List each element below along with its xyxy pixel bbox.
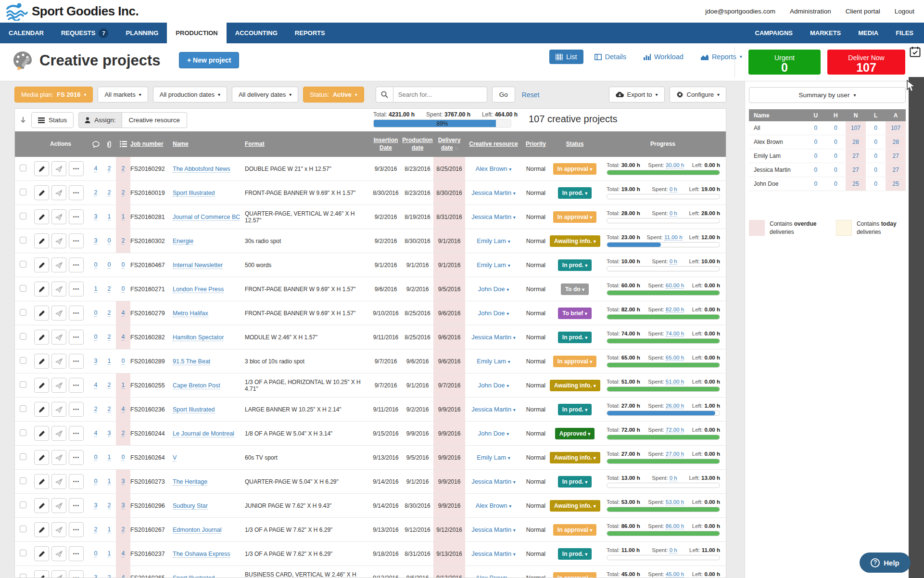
tasks-count[interactable]: 4: [122, 574, 125, 578]
summary-count-a[interactable]: 27: [886, 163, 906, 177]
send-button[interactable]: [51, 570, 66, 578]
summary-count-u[interactable]: 0: [806, 149, 826, 163]
creative-resource-link[interactable]: John Doe ▾: [478, 285, 509, 293]
comments-count[interactable]: 3: [94, 237, 98, 244]
vertical-scrollbar[interactable]: [909, 77, 924, 578]
tasks-count[interactable]: 2: [122, 237, 125, 244]
row-checkbox[interactable]: [20, 261, 26, 268]
creative-resource-link[interactable]: Jessica Martin ▾: [471, 189, 516, 196]
attachments-count[interactable]: 2: [108, 189, 111, 196]
edit-button[interactable]: [34, 378, 49, 393]
row-checkbox[interactable]: [20, 285, 26, 292]
summary-count-l[interactable]: 0: [866, 177, 886, 191]
col-name[interactable]: Name: [173, 141, 245, 148]
edit-button[interactable]: [34, 306, 49, 321]
comments-count[interactable]: 2: [94, 189, 98, 196]
status-badge[interactable]: In prod. ▾: [558, 259, 592, 271]
edit-button[interactable]: [34, 257, 49, 272]
view-list-button[interactable]: List: [549, 50, 583, 64]
project-name-link[interactable]: Metro Halifax: [173, 310, 208, 317]
project-name-link[interactable]: The Heritage: [173, 478, 207, 486]
attachments-count[interactable]: 2: [108, 309, 111, 317]
nav-requests[interactable]: REQUESTS 7: [52, 23, 117, 43]
project-name-link[interactable]: The Oshawa Express: [173, 551, 230, 558]
markets-filter[interactable]: All markets ▾: [98, 87, 148, 103]
status-badge[interactable]: In approval ▾: [553, 572, 596, 578]
creative-resource-link[interactable]: Jessica Martin ▾: [471, 406, 516, 413]
row-checkbox[interactable]: [20, 213, 26, 219]
edit-button[interactable]: [34, 474, 49, 489]
edit-button[interactable]: [34, 402, 49, 417]
status-badge[interactable]: In approval ▾: [553, 211, 596, 223]
edit-button[interactable]: [34, 330, 49, 345]
status-badge[interactable]: Awaiting info. ▾: [550, 380, 600, 391]
project-name-link[interactable]: Sport Illustrated: [173, 406, 215, 413]
row-checkbox[interactable]: [20, 165, 26, 171]
client-portal-link[interactable]: Client portal: [846, 8, 880, 15]
comments-count[interactable]: 0: [94, 478, 98, 485]
status-badge[interactable]: In prod. ▾: [558, 332, 592, 343]
nav-production[interactable]: PRODUCTION: [167, 23, 226, 43]
send-button[interactable]: [51, 426, 66, 441]
nav-media[interactable]: MEDIA: [849, 23, 887, 43]
nav-reports[interactable]: REPORTS: [286, 23, 334, 43]
project-name-link[interactable]: Journal of Commerce BC: [173, 214, 240, 221]
more-actions-button[interactable]: •••: [69, 474, 84, 489]
attachments-count[interactable]: 0: [108, 237, 111, 244]
summary-count-h[interactable]: 0: [826, 149, 846, 163]
summary-count-n[interactable]: 25: [846, 177, 866, 191]
summary-count-l[interactable]: 0: [866, 163, 886, 177]
deliver-now-stat-button[interactable]: Deliver Now 107: [827, 50, 905, 75]
attachments-count[interactable]: 2: [108, 406, 111, 413]
search-input[interactable]: [393, 87, 487, 103]
tasks-count[interactable]: 0: [122, 358, 125, 365]
more-actions-button[interactable]: •••: [69, 282, 84, 296]
send-button[interactable]: [51, 378, 66, 393]
tasks-count[interactable]: 3: [122, 502, 125, 509]
more-actions-button[interactable]: •••: [69, 233, 84, 248]
comments-count[interactable]: 0: [94, 550, 98, 557]
row-checkbox[interactable]: [20, 526, 26, 532]
tasks-count[interactable]: 4: [122, 309, 125, 317]
row-checkbox[interactable]: [20, 477, 26, 484]
attachments-count[interactable]: 1: [108, 526, 111, 533]
creative-resource-link[interactable]: Emily Lam ▾: [477, 454, 510, 461]
more-actions-button[interactable]: •••: [69, 546, 84, 561]
creative-resource-link[interactable]: Emily Lam ▾: [477, 261, 510, 269]
nav-files[interactable]: FILES: [887, 23, 922, 43]
summary-count-a[interactable]: 25: [886, 177, 906, 191]
summary-count-n[interactable]: 27: [846, 163, 866, 177]
more-actions-button[interactable]: •••: [69, 354, 84, 369]
configure-button[interactable]: Configure ▾: [670, 87, 726, 103]
edit-button[interactable]: [34, 233, 49, 248]
send-button[interactable]: [51, 330, 66, 345]
status-badge[interactable]: In prod. ▾: [558, 548, 592, 560]
summary-count-a[interactable]: 28: [886, 135, 906, 149]
creative-resource-link[interactable]: Jessica Martin ▾: [471, 334, 516, 341]
row-checkbox[interactable]: [20, 357, 26, 364]
more-actions-button[interactable]: •••: [69, 209, 84, 224]
send-button[interactable]: [51, 233, 66, 248]
comments-count[interactable]: 0: [94, 309, 98, 317]
comments-count[interactable]: 0: [94, 261, 98, 269]
col-job-number[interactable]: Job number: [130, 141, 173, 148]
calendar-icon[interactable]: [910, 46, 921, 59]
creative-resource-link[interactable]: Emily Lam ▾: [477, 237, 510, 244]
edit-button[interactable]: [34, 522, 49, 537]
production-dates-filter[interactable]: All production dates ▾: [153, 87, 227, 103]
send-button[interactable]: [51, 402, 66, 417]
summary-count-n[interactable]: 107: [846, 121, 866, 135]
reset-link[interactable]: Reset: [522, 91, 540, 99]
attachments-count[interactable]: 1: [108, 213, 111, 220]
summary-count-n[interactable]: 28: [846, 135, 866, 149]
status-badge[interactable]: In prod. ▾: [558, 404, 592, 415]
send-button[interactable]: [51, 354, 66, 369]
creative-resource-link[interactable]: Alex Brown ▾: [476, 574, 511, 578]
project-name-link[interactable]: Edmonton Journal: [173, 527, 221, 534]
summary-count-a[interactable]: 27: [886, 149, 906, 163]
summary-count-u[interactable]: 0: [806, 177, 826, 191]
comments-count[interactable]: 0: [94, 334, 98, 341]
assign-button[interactable]: Assign:: [78, 112, 122, 128]
row-checkbox[interactable]: [20, 405, 26, 412]
nav-markets[interactable]: MARKETS: [801, 23, 849, 43]
